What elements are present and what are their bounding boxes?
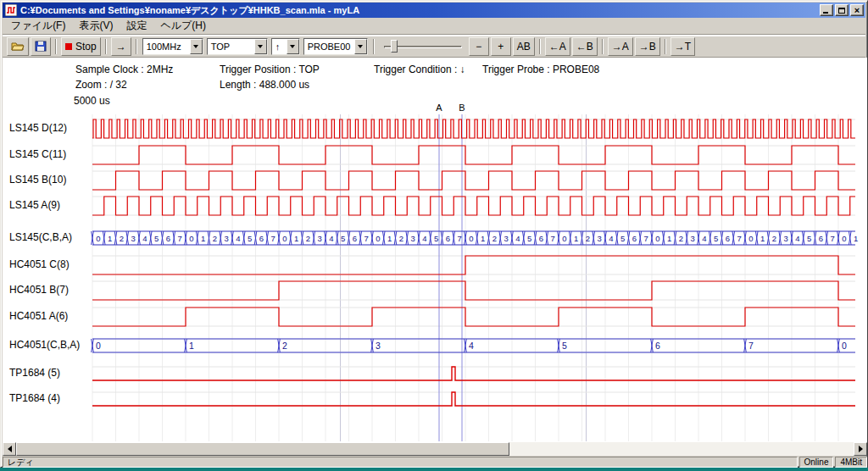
svg-text:5: 5 bbox=[341, 234, 345, 243]
toolbar: Stop → 100MHz TOP ↑ PROBE00 −+AB←A←B→A→B… bbox=[3, 36, 865, 58]
menu-item[interactable]: 表示(V) bbox=[72, 17, 120, 35]
toolbar-separator bbox=[602, 39, 604, 54]
sample-clock-combo[interactable]: 100MHz bbox=[142, 38, 203, 55]
toolbar-separator bbox=[665, 39, 666, 54]
svg-text:0: 0 bbox=[842, 234, 846, 243]
svg-text:7: 7 bbox=[830, 234, 834, 243]
trigger-condition-info: Trigger Condition : ↓ bbox=[374, 64, 465, 75]
minimize-button[interactable] bbox=[820, 4, 833, 16]
svg-text:3: 3 bbox=[131, 234, 135, 243]
scroll-left-button[interactable] bbox=[3, 442, 16, 456]
trigger-position-info: Trigger Position : TOP bbox=[220, 64, 320, 75]
svg-text:0: 0 bbox=[655, 234, 659, 243]
svg-text:3: 3 bbox=[317, 234, 321, 243]
channels: 0123456701234567012345670123456701234567… bbox=[92, 119, 859, 406]
svg-text:7: 7 bbox=[457, 234, 461, 243]
toolbar-button-plus[interactable]: + bbox=[491, 37, 511, 56]
svg-text:2: 2 bbox=[679, 234, 683, 243]
svg-text:3: 3 bbox=[504, 234, 508, 243]
svg-text:1: 1 bbox=[189, 341, 194, 351]
chevron-down-icon bbox=[358, 45, 363, 48]
scroll-right-button[interactable] bbox=[854, 442, 867, 456]
toolbar-separator bbox=[105, 39, 107, 54]
waveform-panel: Sample Clock : 2MHz Trigger Position : T… bbox=[3, 58, 867, 442]
slider-thumb[interactable] bbox=[391, 40, 398, 53]
menu-item[interactable]: ヘルプ(H) bbox=[153, 17, 213, 35]
toolbar-separator bbox=[55, 39, 57, 54]
toolbar-button-right-a[interactable]: →A bbox=[608, 37, 633, 56]
svg-text:7: 7 bbox=[737, 234, 741, 243]
svg-text:0: 0 bbox=[562, 234, 566, 243]
triangle-right-icon bbox=[859, 446, 863, 452]
trigger-edge-combo[interactable]: ↑ bbox=[271, 38, 300, 55]
save-button[interactable] bbox=[31, 37, 51, 56]
svg-text:4: 4 bbox=[609, 234, 613, 243]
svg-text:5: 5 bbox=[562, 341, 567, 351]
title-bar[interactable]: C:¥Documents and Settings¥noname¥デスクトップ¥… bbox=[3, 3, 865, 18]
svg-text:5: 5 bbox=[434, 234, 438, 243]
svg-text:4: 4 bbox=[142, 234, 147, 243]
trigger-position-combo[interactable]: TOP bbox=[207, 38, 268, 55]
svg-text:0: 0 bbox=[842, 341, 847, 351]
channel-wave bbox=[92, 146, 855, 164]
channel-wave bbox=[92, 308, 855, 326]
svg-text:6: 6 bbox=[632, 234, 637, 243]
toolbar-button-ab[interactable]: AB bbox=[513, 37, 535, 56]
svg-text:6: 6 bbox=[655, 341, 660, 351]
channel-wave: 012345670 bbox=[92, 339, 855, 352]
svg-text:0: 0 bbox=[469, 234, 473, 243]
svg-text:1: 1 bbox=[201, 234, 205, 243]
stop-label: Stop bbox=[75, 41, 97, 53]
svg-text:6: 6 bbox=[726, 234, 730, 243]
waveform-plot: 0123456701234567012345670123456701234567… bbox=[3, 101, 867, 442]
svg-text:7: 7 bbox=[550, 234, 554, 243]
dropdown-button[interactable] bbox=[190, 39, 203, 54]
svg-text:4: 4 bbox=[795, 234, 799, 243]
svg-text:3: 3 bbox=[410, 234, 415, 243]
channel-wave bbox=[92, 256, 855, 274]
toolbar-button-left-b[interactable]: ←B bbox=[572, 37, 598, 56]
svg-text:0: 0 bbox=[96, 234, 100, 243]
svg-text:2: 2 bbox=[399, 234, 403, 243]
maximize-button[interactable] bbox=[835, 4, 849, 16]
svg-text:5: 5 bbox=[714, 234, 718, 243]
svg-text:2: 2 bbox=[282, 341, 287, 351]
toolbar-button-minus[interactable]: − bbox=[469, 37, 489, 56]
status-memory: 4MBit bbox=[835, 457, 867, 468]
dropdown-button[interactable] bbox=[287, 39, 299, 54]
zoom-slider[interactable] bbox=[382, 38, 464, 55]
open-button[interactable] bbox=[7, 37, 29, 56]
toolbar-button-left-a[interactable]: ←A bbox=[545, 37, 570, 56]
svg-text:5: 5 bbox=[807, 234, 811, 243]
channel-wave bbox=[92, 281, 855, 300]
dropdown-button[interactable] bbox=[354, 39, 367, 54]
run-button[interactable]: → bbox=[111, 37, 131, 56]
toolbar-button-right-t[interactable]: →T bbox=[670, 37, 695, 56]
stop-button[interactable]: Stop bbox=[61, 37, 101, 56]
menu-item[interactable]: 設定 bbox=[120, 17, 153, 35]
svg-text:1: 1 bbox=[574, 234, 578, 243]
svg-text:6: 6 bbox=[539, 234, 543, 243]
triangle-left-icon bbox=[8, 446, 12, 452]
svg-text:4: 4 bbox=[422, 234, 426, 243]
trigger-probe-combo[interactable]: PROBE00 bbox=[303, 38, 368, 55]
menu-item[interactable]: ファイル(F) bbox=[4, 17, 72, 35]
run-arrow-icon: → bbox=[116, 41, 126, 53]
scrollbar-thumb[interactable] bbox=[16, 442, 509, 456]
svg-text:5: 5 bbox=[248, 234, 252, 243]
svg-text:0: 0 bbox=[748, 234, 753, 243]
close-button[interactable]: × bbox=[850, 4, 864, 16]
svg-text:5: 5 bbox=[154, 234, 159, 243]
svg-text:6: 6 bbox=[353, 234, 357, 243]
svg-text:4: 4 bbox=[515, 234, 520, 243]
app-window: C:¥Documents and Settings¥noname¥デスクトップ¥… bbox=[0, 0, 868, 468]
svg-text:7: 7 bbox=[643, 234, 648, 243]
menu-bar: ファイル(F)表示(V)設定ヘルプ(H) bbox=[3, 18, 865, 35]
dropdown-button[interactable] bbox=[254, 39, 267, 54]
svg-text:2: 2 bbox=[120, 234, 124, 243]
svg-text:0: 0 bbox=[189, 234, 193, 243]
svg-text:2: 2 bbox=[492, 234, 497, 243]
horizontal-scrollbar[interactable] bbox=[3, 442, 867, 456]
toolbar-button-right-b[interactable]: →B bbox=[635, 37, 660, 56]
svg-text:1: 1 bbox=[481, 234, 485, 243]
